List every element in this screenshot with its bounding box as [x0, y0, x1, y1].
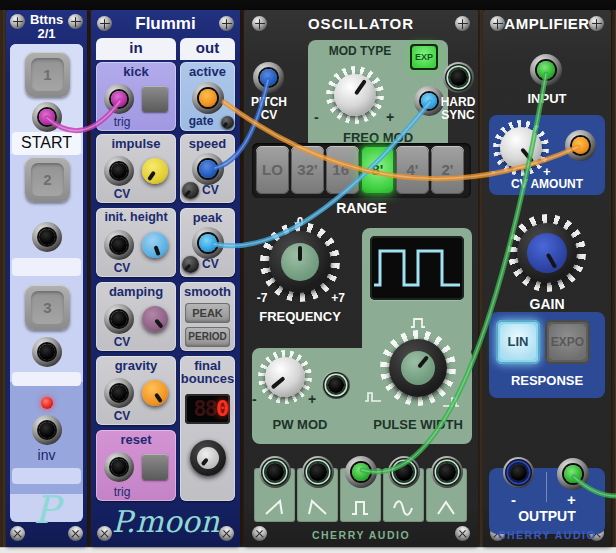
damping-knob[interactable]: [142, 306, 168, 332]
cv-amount-label: CV AMOUNT: [489, 178, 605, 191]
impulse-cv-port[interactable]: [104, 156, 134, 186]
response-lin-button[interactable]: LIN: [496, 320, 540, 364]
hard-sync-label: HARDSYNC: [430, 96, 486, 121]
bttns-port-2[interactable]: [32, 222, 62, 252]
reset-button[interactable]: [142, 454, 168, 480]
freq-mod-min-label: -: [314, 110, 319, 125]
rack-bottom-rail: [0, 547, 616, 553]
triangle-wave-icon: [435, 498, 457, 516]
hard-sync-port[interactable]: [443, 62, 474, 93]
inv-led: [41, 397, 53, 409]
p-logo: P: [6, 488, 87, 532]
freq-mod-knob[interactable]: [334, 74, 376, 116]
pmoon-logo: P.moon: [91, 504, 240, 539]
module-oscillator: OSCILLATOR MOD TYPE EXP - + FREQ MOD PIT…: [244, 10, 478, 547]
oscillator-pitch-cv-port[interactable]: [253, 62, 284, 93]
oscillator-square-out-port[interactable]: [345, 456, 377, 488]
init-height-cv-port[interactable]: [104, 230, 134, 260]
saw-up-out-port[interactable]: [259, 456, 291, 488]
module-title: OSCILLATOR: [244, 16, 478, 32]
response-label: RESPONSE: [489, 374, 605, 388]
saw-down-icon: [306, 498, 328, 516]
output-divider: [546, 472, 547, 502]
pulse-wave-trace: [374, 251, 460, 285]
active-mini-knob[interactable]: [221, 116, 234, 129]
speed-cv-knob[interactable]: [182, 182, 199, 199]
input-label: INPUT: [483, 92, 611, 106]
init-height-knob[interactable]: [142, 232, 168, 258]
exp-mod-button[interactable]: EXP: [410, 44, 438, 70]
impulse-knob[interactable]: [142, 158, 168, 184]
bttns-start-port[interactable]: [32, 102, 62, 132]
cell-active: active gate: [180, 62, 235, 131]
range-button-2[interactable]: 2': [431, 146, 464, 194]
range-button-4[interactable]: 4': [396, 146, 429, 194]
cv-amount-knob[interactable]: [500, 127, 542, 169]
pulse-width-knob[interactable]: [389, 339, 447, 397]
pitch-cv-label: PITCHCV: [244, 96, 294, 121]
cell-final-bounces: final bounces 880: [180, 356, 235, 501]
amplifier-output-plus-port[interactable]: [557, 458, 589, 490]
trigger-button-1[interactable]: 1: [25, 52, 70, 97]
cell-init-height: init. height CV: [96, 208, 176, 277]
reset-trig-port[interactable]: [104, 452, 134, 482]
cell-smooth: smooth PEAK PERIOD: [180, 282, 235, 351]
response-expo-button[interactable]: EXPO: [545, 320, 590, 364]
frequency-knob[interactable]: [269, 231, 331, 293]
saw-up-icon: [263, 498, 285, 516]
cell-damping: damping CV: [96, 282, 176, 351]
range-button-32[interactable]: 32': [291, 146, 324, 194]
saw-down-out-port[interactable]: [302, 456, 334, 488]
bttns-inv-port[interactable]: [32, 415, 62, 445]
range-button-8[interactable]: 8': [361, 146, 394, 194]
triangle-out-port[interactable]: [431, 456, 463, 488]
output-plus-label: +: [567, 492, 576, 508]
amplifier-input-port[interactable]: [530, 54, 562, 86]
pw-mod-min-label: -: [252, 392, 257, 407]
range-button-lo[interactable]: LO: [256, 146, 289, 194]
smooth-peak-button[interactable]: PEAK: [185, 303, 230, 323]
output-minus-label: -: [511, 492, 516, 508]
bttns-port-3[interactable]: [32, 337, 62, 367]
cv-amount-min-label: -: [491, 165, 495, 179]
gravity-knob[interactable]: [142, 380, 168, 406]
flummi-peak-port[interactable]: [192, 227, 224, 259]
cell-peak: peak CV: [180, 208, 235, 277]
damping-cv-port[interactable]: [104, 304, 134, 334]
range-button-16[interactable]: 16': [326, 146, 359, 194]
gravity-cv-port[interactable]: [104, 378, 134, 408]
final-bounces-knob[interactable]: [190, 440, 226, 476]
module-title: Flummi: [91, 15, 240, 33]
amplifier-output-minus-port[interactable]: [503, 457, 534, 488]
wide-pulse-icon: [442, 395, 460, 408]
freq-mod-max-label: +: [386, 110, 394, 125]
cell-kick: kick trig: [96, 62, 176, 131]
frequency-max-label: +7: [326, 292, 350, 305]
module-subtitle: 2/1: [6, 27, 87, 41]
pw-mod-label: PW MOD: [254, 418, 346, 432]
flummi-kick-trig-port[interactable]: [104, 84, 134, 114]
trigger-button-3[interactable]: 3: [25, 285, 70, 330]
pulse-width-label: PULSE WIDTH: [362, 418, 474, 432]
kick-button[interactable]: [142, 86, 168, 112]
flummi-speed-port[interactable]: [192, 153, 224, 185]
module-amplifier: AMPLIFIER INPUT - + CV AMOUNT GAIN LIN E…: [483, 10, 611, 547]
cell-impulse: impulse CV: [96, 134, 176, 203]
gain-label: GAIN: [483, 297, 611, 312]
module-bttns: Bttns 2/1 1 START 2 3 inv P: [6, 10, 87, 547]
output-label: OUTPUT: [489, 509, 605, 524]
flummi-gate-port[interactable]: [192, 82, 224, 114]
trigger-button-2[interactable]: 2: [25, 157, 70, 202]
amplifier-cv-amount-port[interactable]: [565, 130, 596, 161]
rack-top-rail: [0, 0, 616, 10]
smooth-period-button[interactable]: PERIOD: [185, 327, 230, 347]
pw-mod-port[interactable]: [322, 371, 350, 399]
sine-out-port[interactable]: [388, 456, 420, 488]
modular-synth-rack: Bttns 2/1 1 START 2 3 inv P Flummi in: [0, 0, 616, 553]
peak-cv-knob[interactable]: [182, 256, 199, 273]
pw-mod-knob[interactable]: [265, 357, 305, 397]
gain-knob[interactable]: [517, 223, 577, 283]
in-column-header: in: [96, 38, 176, 60]
cell-gravity: gravity CV: [96, 356, 176, 425]
cell-speed: speed CV: [180, 134, 235, 203]
